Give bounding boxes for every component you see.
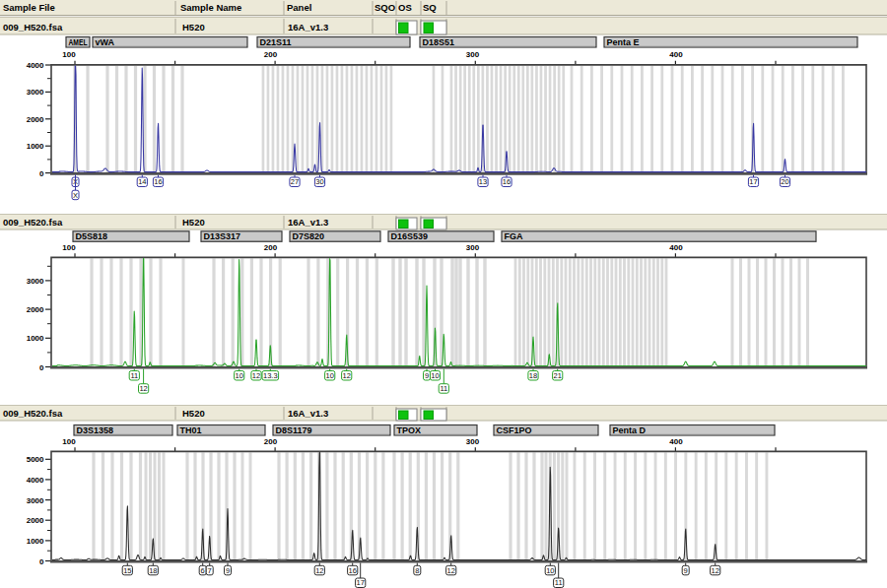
svg-text:400: 400 (669, 50, 683, 59)
svg-text:D13S317: D13S317 (204, 231, 241, 241)
svg-text:D8S1179: D8S1179 (276, 425, 312, 435)
svg-text:3000: 3000 (27, 277, 44, 286)
svg-text:11: 11 (555, 578, 563, 587)
svg-text:18: 18 (149, 566, 157, 575)
svg-text:009_H520.fsa: 009_H520.fsa (3, 22, 63, 33)
svg-text:1000: 1000 (27, 142, 44, 151)
svg-text:TH01: TH01 (180, 425, 202, 435)
svg-text:12: 12 (139, 384, 147, 393)
svg-text:17: 17 (749, 177, 757, 186)
svg-text:D18S51: D18S51 (423, 37, 455, 47)
svg-text:12: 12 (252, 371, 260, 380)
svg-text:12: 12 (315, 566, 323, 575)
svg-text:16: 16 (349, 566, 357, 575)
svg-text:4000: 4000 (27, 61, 44, 70)
svg-text:D21S11: D21S11 (260, 37, 292, 47)
svg-text:9: 9 (684, 566, 688, 575)
svg-text:12: 12 (712, 566, 719, 575)
svg-text:H520: H520 (182, 217, 205, 228)
svg-text:200: 200 (264, 437, 278, 446)
svg-text:100: 100 (62, 243, 76, 252)
svg-text:OS: OS (398, 2, 412, 13)
svg-text:D3S1358: D3S1358 (77, 425, 114, 435)
svg-text:009_H520.fsa: 009_H520.fsa (3, 408, 63, 419)
svg-text:FGA: FGA (505, 231, 523, 241)
svg-text:1000: 1000 (27, 334, 44, 343)
svg-text:Penta E: Penta E (607, 37, 640, 47)
svg-text:0: 0 (39, 169, 44, 178)
svg-text:16: 16 (503, 177, 511, 186)
svg-text:vWA: vWA (96, 37, 115, 47)
svg-text:Penta D: Penta D (613, 425, 647, 435)
svg-text:20: 20 (781, 177, 788, 186)
svg-text:200: 200 (264, 243, 278, 252)
svg-text:16A_v1.3: 16A_v1.3 (288, 408, 328, 419)
svg-text:1000: 1000 (27, 537, 44, 546)
svg-text:TPOX: TPOX (397, 425, 422, 435)
svg-text:200: 200 (264, 50, 278, 59)
svg-text:2000: 2000 (27, 516, 44, 525)
svg-text:H520: H520 (182, 22, 205, 33)
svg-text:3000: 3000 (27, 496, 44, 505)
svg-text:009_H520.fsa: 009_H520.fsa (3, 217, 63, 228)
svg-text:11: 11 (130, 371, 138, 380)
svg-text:17: 17 (357, 578, 365, 587)
svg-text:3000: 3000 (27, 88, 44, 97)
svg-text:11: 11 (440, 384, 447, 393)
svg-text:7: 7 (208, 566, 212, 575)
svg-text:12: 12 (343, 371, 351, 380)
svg-text:18: 18 (529, 371, 537, 380)
svg-text:100: 100 (62, 437, 76, 446)
svg-text:AMEL: AMEL (69, 37, 88, 47)
svg-text:H520: H520 (182, 408, 205, 419)
svg-text:9: 9 (226, 566, 230, 575)
svg-text:16A_v1.3: 16A_v1.3 (288, 22, 328, 33)
svg-text:8: 8 (415, 566, 419, 575)
svg-text:0: 0 (39, 557, 44, 566)
svg-text:2000: 2000 (27, 305, 44, 314)
svg-text:SQO: SQO (375, 2, 395, 13)
svg-text:400: 400 (669, 437, 683, 446)
svg-text:Sample Name: Sample Name (180, 2, 241, 13)
svg-text:0: 0 (39, 363, 44, 372)
svg-text:2000: 2000 (27, 115, 44, 124)
svg-text:4000: 4000 (27, 476, 44, 485)
svg-text:15: 15 (123, 566, 131, 575)
svg-text:Panel: Panel (287, 2, 311, 13)
svg-text:D16S539: D16S539 (391, 231, 429, 241)
svg-text:10: 10 (431, 371, 439, 380)
svg-text:100: 100 (62, 50, 76, 59)
svg-text:D5S818: D5S818 (76, 231, 108, 241)
svg-text:30: 30 (315, 177, 323, 186)
svg-text:27: 27 (291, 177, 299, 186)
svg-text:16A_v1.3: 16A_v1.3 (288, 217, 328, 228)
svg-text:400: 400 (669, 243, 683, 252)
svg-text:6: 6 (201, 566, 205, 575)
svg-text:16: 16 (154, 177, 162, 186)
svg-text:12: 12 (447, 566, 455, 575)
svg-text:5000: 5000 (27, 455, 44, 464)
svg-text:21: 21 (554, 371, 562, 380)
svg-text:10: 10 (326, 371, 334, 380)
svg-text:X: X (73, 191, 78, 200)
svg-text:13.3: 13.3 (263, 371, 278, 380)
svg-text:300: 300 (466, 437, 480, 446)
svg-text:Sample File: Sample File (3, 2, 55, 13)
svg-text:300: 300 (466, 50, 480, 59)
svg-text:14: 14 (138, 177, 146, 186)
svg-text:SQ: SQ (423, 2, 437, 13)
svg-text:10: 10 (236, 371, 243, 380)
svg-text:13: 13 (479, 177, 487, 186)
svg-text:10: 10 (546, 566, 554, 575)
svg-text:D7S820: D7S820 (293, 231, 325, 241)
svg-text:9: 9 (425, 371, 429, 380)
svg-text:CSF1PO: CSF1PO (497, 425, 532, 435)
svg-text:300: 300 (466, 243, 480, 252)
